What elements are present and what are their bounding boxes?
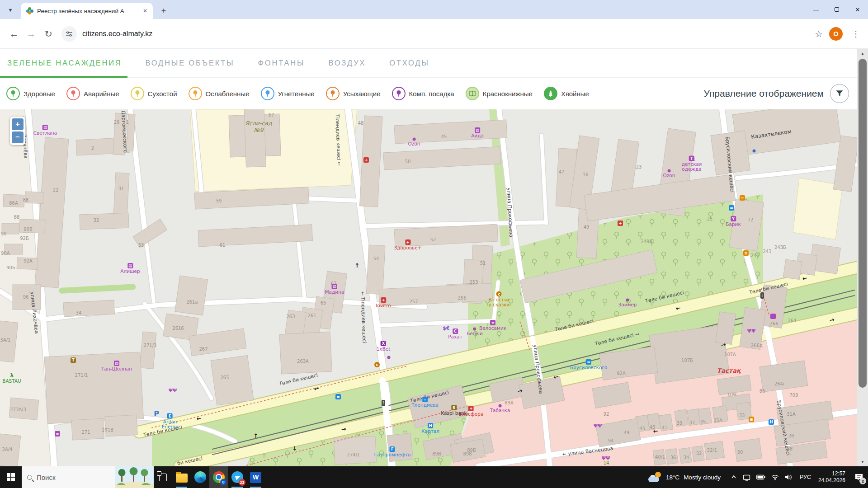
zoom-out-button[interactable]: − [12, 131, 24, 143]
profile-avatar[interactable]: O [829, 27, 843, 41]
map-canvas[interactable]: улица Лихачёваулица Лихачёваулица Даргом… [0, 109, 857, 466]
tab-search-chevron-icon[interactable]: ▼ [5, 4, 16, 16]
browser-tab[interactable]: Реестр зелёных насаждений А ✕ [21, 3, 153, 19]
task-view-button[interactable] [154, 466, 172, 488]
taskbar-search-input[interactable]: Поиск [22, 466, 154, 488]
poi-label: Invitro [376, 303, 391, 308]
language-indicator[interactable]: РУС [797, 474, 814, 480]
building-number: 49 [584, 225, 590, 230]
map-label-layer: улица Лихачёваулица Лихачёваулица Даргом… [0, 109, 857, 466]
poi-label: Мадина [325, 290, 344, 295]
building-number: 31А [787, 412, 796, 417]
map-poi: ⋮ [382, 400, 385, 406]
tab-close-icon[interactable]: ✕ [141, 7, 149, 15]
start-button[interactable] [0, 466, 22, 488]
back-icon[interactable]: ← [5, 25, 23, 42]
scrollbar-up-icon[interactable]: ▲ [857, 49, 868, 58]
word-button[interactable]: W [246, 466, 265, 488]
nav-tab-4[interactable]: ОТХОДЫ [389, 49, 429, 77]
legend-item-5[interactable]: Усыхающие [326, 87, 381, 100]
page-scrollbar[interactable]: ▲ ▼ [857, 49, 868, 466]
building-number: 90В [24, 227, 33, 232]
window-minimize-button[interactable]: — [806, 0, 826, 19]
nav-tab-3[interactable]: ВОЗДУХ [328, 49, 366, 77]
street-label: улица Даргомыжского [119, 109, 128, 153]
building-number: 271б [102, 428, 113, 433]
legend-item-1[interactable]: Аварийные [66, 87, 119, 100]
forward-icon[interactable]: → [23, 25, 40, 42]
building-number: 35 [700, 419, 706, 424]
nav-tab-1[interactable]: ВОДНЫЕ ОБЪЕКТЫ [146, 49, 235, 77]
new-tab-button[interactable]: + [157, 5, 170, 17]
road-direction-arrow: ← [196, 415, 202, 422]
building-number: 47 [559, 169, 565, 174]
building-number: 34 [76, 310, 82, 315]
zoom-in-button[interactable]: + [12, 118, 24, 130]
taskbar-clock[interactable]: 12:57 24.04.2026 [814, 470, 850, 484]
battery-icon[interactable] [756, 474, 765, 480]
window-maximize-button[interactable] [826, 0, 847, 19]
poi-label: Kaspi bank [441, 411, 467, 416]
poi-cafe-icon: c [496, 291, 502, 297]
building-number: 88 [787, 446, 793, 451]
legend-item-6[interactable]: Комп. посадка [392, 87, 454, 100]
legend-outline-icon [392, 87, 406, 100]
building-number: 274/1 [347, 452, 360, 457]
map-zoom-control: + − [10, 117, 25, 145]
poi-label: Займер [618, 302, 637, 307]
building-number: 43 [650, 425, 656, 430]
telegram-button[interactable]: 23 [228, 466, 246, 488]
legend-item-4[interactable]: Угнетенные [261, 87, 315, 100]
building-number: 267 [199, 347, 208, 352]
poi-tl-icon: ⋮ [382, 400, 385, 406]
map-poi: ⋮ [760, 292, 764, 299]
building-number: 54 [373, 256, 379, 261]
map-poi: ▤Мадина [325, 284, 344, 295]
legend-outline-icon [131, 87, 144, 100]
reload-icon[interactable]: ↻ [40, 25, 57, 42]
building-number: 266д [751, 343, 763, 348]
taskbar-weather[interactable]: 18°C Mostly cloudy [643, 472, 726, 483]
map-poi: $€ [443, 326, 449, 331]
scrollbar-thumb[interactable] [859, 59, 867, 388]
url-text[interactable]: citizens.eco-almaty.kz [82, 30, 152, 38]
poi-burger-icon: ≡ [740, 195, 745, 201]
legend-item-7[interactable]: Краснокнижные [466, 87, 533, 100]
building-number: 48 [358, 121, 364, 126]
building-number: 86 [760, 389, 765, 394]
poi-pharm-icon: + [363, 157, 369, 163]
nav-tab-0[interactable]: ЗЕЛЕНЫЕ НАСАЖДЕНИЯ [7, 49, 122, 77]
legend-item-0[interactable]: Здоровые [6, 87, 55, 100]
poi-hotel-icon: H [769, 419, 774, 425]
nav-tab-2[interactable]: ФОНТАНЫ [258, 49, 305, 77]
street-label: Төле би кешесі [645, 290, 684, 304]
building-number: 92А [617, 371, 626, 376]
browser-menu-icon[interactable]: ⋮ [849, 29, 863, 39]
building-number: 88 [23, 197, 29, 202]
search-highlight-image[interactable] [115, 466, 154, 488]
volume-icon[interactable] [785, 474, 793, 480]
chrome-button[interactable]: 0 [209, 466, 228, 488]
tray-chevron-icon[interactable] [731, 474, 737, 480]
edge-button[interactable] [191, 466, 209, 488]
window-close-button[interactable]: ✕ [847, 0, 868, 19]
legend-label: Хвойные [561, 90, 589, 98]
notification-center-button[interactable]: 2 [850, 466, 868, 488]
bookmark-star-icon[interactable]: ☆ [815, 28, 823, 39]
weather-condition: Mostly cloudy [684, 474, 721, 481]
address-bar[interactable]: citizens.eco-almaty.kz [61, 25, 815, 43]
legend-item-8[interactable]: Хвойные [544, 87, 589, 100]
filter-button[interactable] [830, 84, 849, 103]
legend-item-3[interactable]: Ослабленные [189, 87, 250, 100]
building-number: 65 [321, 300, 326, 305]
site-info-icon[interactable] [61, 26, 77, 42]
legend-item-2[interactable]: Сухостой [131, 87, 177, 100]
street-label: би кешесі [177, 455, 203, 466]
scrollbar-down-icon[interactable]: ▼ [857, 457, 868, 466]
building-number: 261 [307, 313, 316, 318]
file-explorer-button[interactable] [172, 466, 191, 488]
notification-badge: 2 [859, 478, 866, 484]
map-poi: X1xBet [377, 341, 391, 352]
wifi-icon[interactable] [771, 474, 779, 480]
tablet-mode-icon[interactable] [743, 474, 750, 481]
